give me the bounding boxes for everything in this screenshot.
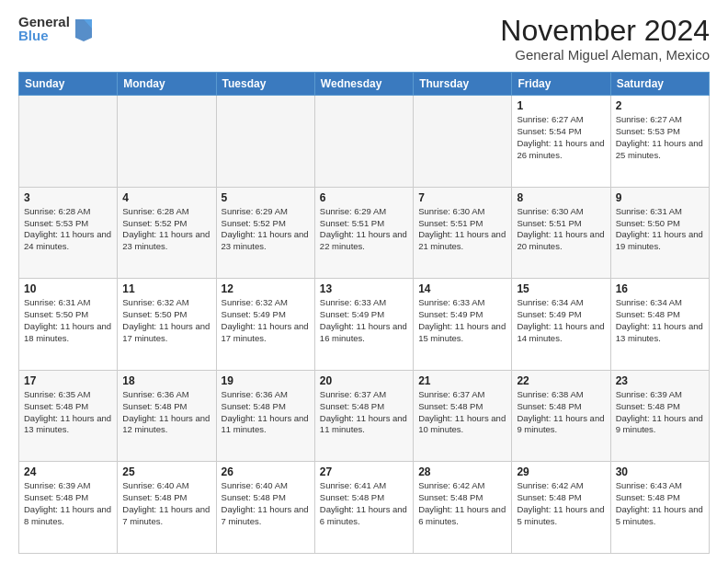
day-info: Sunrise: 6:34 AM Sunset: 5:49 PM Dayligh… [517, 297, 605, 344]
title-block: November 2024 General Miguel Aleman, Mex… [500, 15, 710, 63]
day-number: 2 [616, 99, 704, 112]
month-title: November 2024 [500, 15, 710, 47]
logo-general: General [18, 15, 70, 29]
calendar-cell: 14Sunrise: 6:33 AM Sunset: 5:49 PM Dayli… [414, 279, 512, 371]
calendar-week-3: 17Sunrise: 6:35 AM Sunset: 5:48 PM Dayli… [19, 370, 710, 462]
day-number: 12 [222, 282, 310, 295]
calendar-cell: 27Sunrise: 6:41 AM Sunset: 5:48 PM Dayli… [314, 462, 413, 554]
day-number: 25 [122, 465, 210, 478]
day-info: Sunrise: 6:39 AM Sunset: 5:48 PM Dayligh… [616, 389, 704, 436]
calendar-cell: 16Sunrise: 6:34 AM Sunset: 5:48 PM Dayli… [610, 279, 709, 371]
day-number: 10 [24, 282, 112, 295]
day-info: Sunrise: 6:28 AM Sunset: 5:52 PM Dayligh… [122, 206, 210, 253]
calendar-cell: 24Sunrise: 6:39 AM Sunset: 5:48 PM Dayli… [19, 462, 118, 554]
calendar-cell: 26Sunrise: 6:40 AM Sunset: 5:48 PM Dayli… [216, 462, 314, 554]
calendar-cell [19, 96, 118, 188]
calendar-cell: 4Sunrise: 6:28 AM Sunset: 5:52 PM Daylig… [118, 187, 216, 279]
day-number: 19 [222, 374, 310, 387]
calendar-cell: 6Sunrise: 6:29 AM Sunset: 5:51 PM Daylig… [314, 187, 413, 279]
calendar-cell: 17Sunrise: 6:35 AM Sunset: 5:48 PM Dayli… [19, 370, 118, 462]
col-wednesday: Wednesday [314, 73, 413, 96]
logo-text: General Blue [18, 15, 70, 42]
day-number: 13 [320, 282, 408, 295]
day-number: 14 [418, 282, 506, 295]
day-number: 20 [320, 374, 408, 387]
calendar-cell: 5Sunrise: 6:29 AM Sunset: 5:52 PM Daylig… [216, 187, 314, 279]
day-number: 21 [418, 374, 506, 387]
col-sunday: Sunday [19, 73, 118, 96]
col-friday: Friday [512, 73, 610, 96]
day-info: Sunrise: 6:38 AM Sunset: 5:48 PM Dayligh… [517, 389, 605, 436]
day-info: Sunrise: 6:40 AM Sunset: 5:48 PM Dayligh… [122, 480, 210, 527]
col-monday: Monday [118, 73, 216, 96]
col-thursday: Thursday [414, 73, 512, 96]
day-number: 22 [517, 374, 605, 387]
calendar-cell [414, 96, 512, 188]
day-info: Sunrise: 6:36 AM Sunset: 5:48 PM Dayligh… [122, 389, 210, 436]
day-number: 24 [24, 465, 112, 478]
day-number: 7 [418, 191, 506, 204]
day-info: Sunrise: 6:43 AM Sunset: 5:48 PM Dayligh… [616, 480, 704, 527]
day-info: Sunrise: 6:33 AM Sunset: 5:49 PM Dayligh… [320, 297, 408, 344]
calendar-cell: 13Sunrise: 6:33 AM Sunset: 5:49 PM Dayli… [314, 279, 413, 371]
col-saturday: Saturday [610, 73, 709, 96]
calendar-cell: 20Sunrise: 6:37 AM Sunset: 5:48 PM Dayli… [314, 370, 413, 462]
day-info: Sunrise: 6:33 AM Sunset: 5:49 PM Dayligh… [418, 297, 506, 344]
calendar-cell: 11Sunrise: 6:32 AM Sunset: 5:50 PM Dayli… [118, 279, 216, 371]
calendar-cell: 15Sunrise: 6:34 AM Sunset: 5:49 PM Dayli… [512, 279, 610, 371]
day-info: Sunrise: 6:42 AM Sunset: 5:48 PM Dayligh… [517, 480, 605, 527]
calendar-cell: 12Sunrise: 6:32 AM Sunset: 5:49 PM Dayli… [216, 279, 314, 371]
calendar-cell: 22Sunrise: 6:38 AM Sunset: 5:48 PM Dayli… [512, 370, 610, 462]
calendar-cell [314, 96, 413, 188]
day-info: Sunrise: 6:32 AM Sunset: 5:50 PM Dayligh… [122, 297, 210, 344]
calendar-cell [118, 96, 216, 188]
page: General Blue November 2024 General Migue… [0, 0, 728, 563]
calendar-cell: 9Sunrise: 6:31 AM Sunset: 5:50 PM Daylig… [610, 187, 709, 279]
calendar: Sunday Monday Tuesday Wednesday Thursday… [18, 72, 710, 554]
day-number: 27 [320, 465, 408, 478]
day-number: 16 [616, 282, 704, 295]
calendar-week-4: 24Sunrise: 6:39 AM Sunset: 5:48 PM Dayli… [19, 462, 710, 554]
day-info: Sunrise: 6:27 AM Sunset: 5:53 PM Dayligh… [616, 114, 704, 161]
day-info: Sunrise: 6:39 AM Sunset: 5:48 PM Dayligh… [24, 480, 112, 527]
logo-blue: Blue [18, 29, 70, 42]
calendar-cell: 30Sunrise: 6:43 AM Sunset: 5:48 PM Dayli… [610, 462, 709, 554]
calendar-week-0: 1Sunrise: 6:27 AM Sunset: 5:54 PM Daylig… [19, 96, 710, 188]
day-number: 3 [24, 191, 112, 204]
calendar-cell: 28Sunrise: 6:42 AM Sunset: 5:48 PM Dayli… [414, 462, 512, 554]
day-number: 26 [222, 465, 310, 478]
calendar-week-1: 3Sunrise: 6:28 AM Sunset: 5:53 PM Daylig… [19, 187, 710, 279]
day-number: 15 [517, 282, 605, 295]
day-info: Sunrise: 6:28 AM Sunset: 5:53 PM Dayligh… [24, 206, 112, 253]
day-number: 5 [222, 191, 310, 204]
day-info: Sunrise: 6:27 AM Sunset: 5:54 PM Dayligh… [517, 114, 605, 161]
day-info: Sunrise: 6:30 AM Sunset: 5:51 PM Dayligh… [517, 206, 605, 253]
calendar-cell: 8Sunrise: 6:30 AM Sunset: 5:51 PM Daylig… [512, 187, 610, 279]
calendar-week-2: 10Sunrise: 6:31 AM Sunset: 5:50 PM Dayli… [19, 279, 710, 371]
day-info: Sunrise: 6:31 AM Sunset: 5:50 PM Dayligh… [616, 206, 704, 253]
day-info: Sunrise: 6:37 AM Sunset: 5:48 PM Dayligh… [320, 389, 408, 436]
calendar-header-row: Sunday Monday Tuesday Wednesday Thursday… [19, 73, 710, 96]
calendar-cell: 25Sunrise: 6:40 AM Sunset: 5:48 PM Dayli… [118, 462, 216, 554]
logo: General Blue [18, 15, 94, 42]
header: General Blue November 2024 General Migue… [18, 15, 710, 63]
day-number: 6 [320, 191, 408, 204]
day-info: Sunrise: 6:42 AM Sunset: 5:48 PM Dayligh… [418, 480, 506, 527]
day-number: 17 [24, 374, 112, 387]
calendar-cell: 29Sunrise: 6:42 AM Sunset: 5:48 PM Dayli… [512, 462, 610, 554]
day-info: Sunrise: 6:41 AM Sunset: 5:48 PM Dayligh… [320, 480, 408, 527]
calendar-cell [216, 96, 314, 188]
logo-icon [74, 16, 94, 41]
day-info: Sunrise: 6:40 AM Sunset: 5:48 PM Dayligh… [222, 480, 310, 527]
col-tuesday: Tuesday [216, 73, 314, 96]
day-number: 29 [517, 465, 605, 478]
calendar-cell: 23Sunrise: 6:39 AM Sunset: 5:48 PM Dayli… [610, 370, 709, 462]
day-info: Sunrise: 6:34 AM Sunset: 5:48 PM Dayligh… [616, 297, 704, 344]
calendar-cell: 2Sunrise: 6:27 AM Sunset: 5:53 PM Daylig… [610, 96, 709, 188]
day-number: 28 [418, 465, 506, 478]
calendar-cell: 7Sunrise: 6:30 AM Sunset: 5:51 PM Daylig… [414, 187, 512, 279]
day-number: 23 [616, 374, 704, 387]
calendar-cell: 21Sunrise: 6:37 AM Sunset: 5:48 PM Dayli… [414, 370, 512, 462]
day-number: 9 [616, 191, 704, 204]
day-info: Sunrise: 6:29 AM Sunset: 5:51 PM Dayligh… [320, 206, 408, 253]
